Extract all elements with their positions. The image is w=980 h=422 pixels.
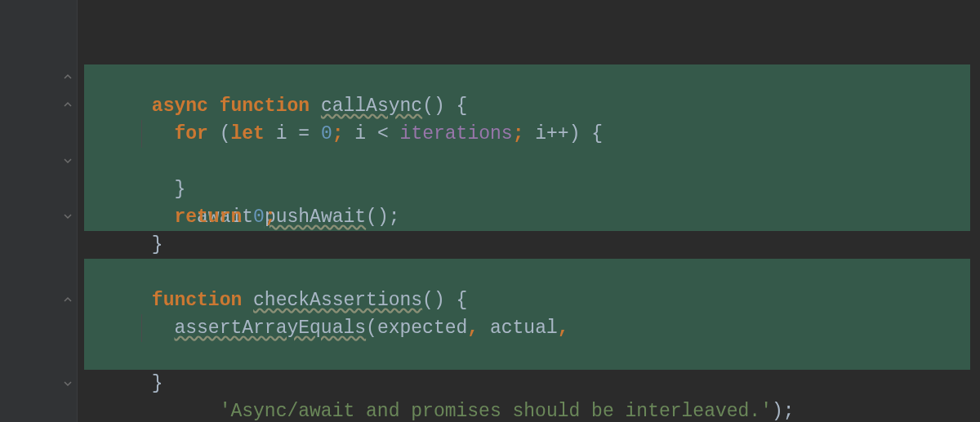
code-text: () { (422, 96, 467, 117)
fold-collapse-icon[interactable] (61, 70, 74, 82)
code-text: } (174, 179, 185, 200)
keyword-return: return (174, 207, 242, 228)
code-text: } (152, 373, 163, 394)
code-text: ; (265, 207, 276, 228)
code-line: return 0; (84, 175, 980, 203)
number-literal: 0 (321, 123, 332, 144)
code-text: , (558, 318, 569, 339)
code-text (310, 123, 321, 144)
keyword-async: async (152, 96, 208, 117)
code-text (389, 123, 400, 144)
keyword-function: function (220, 96, 310, 117)
fold-collapse-icon[interactable] (61, 293, 74, 305)
code-text: (); (366, 207, 399, 228)
code-text (479, 318, 490, 339)
code-line: } (84, 342, 980, 370)
code-text: i (265, 123, 298, 144)
code-line: async function callAsync() { (84, 64, 980, 92)
code-text (242, 207, 253, 228)
code-text: ; (513, 123, 524, 144)
keyword-for: for (174, 123, 207, 144)
code-line (84, 37, 980, 64)
code-line (84, 9, 980, 37)
code-line: function checkAssertions() { (84, 259, 980, 287)
fold-collapse-icon[interactable] (61, 98, 74, 110)
function-call: pushAwait (265, 207, 366, 228)
keyword-function: function (152, 290, 242, 311)
fold-expand-icon[interactable] (61, 154, 74, 167)
code-text: i (344, 123, 377, 144)
function-call: assertArrayEquals (174, 318, 366, 339)
number-literal: 0 (253, 207, 265, 228)
code-editor[interactable]: async function callAsync() { for (let i … (78, 0, 980, 422)
code-line (84, 231, 980, 259)
code-text: ; (332, 123, 344, 144)
code-line: } (84, 148, 980, 175)
code-text: i++) { (523, 123, 603, 144)
identifier: iterations (400, 123, 513, 144)
identifier: actual (490, 318, 558, 339)
code-text: < (377, 123, 389, 144)
code-text: () { (422, 290, 467, 311)
code-text: = (298, 123, 310, 144)
code-text: , (467, 318, 479, 339)
fold-expand-icon[interactable] (61, 210, 74, 222)
function-name: checkAssertions (253, 290, 422, 311)
code-text: ); (772, 401, 795, 422)
code-text: } (152, 234, 163, 255)
code-text: (expected (366, 318, 467, 339)
fold-expand-icon[interactable] (61, 377, 74, 389)
keyword-let: let (230, 123, 264, 144)
function-name: callAsync (321, 96, 422, 117)
code-text: ( (208, 123, 231, 144)
string-literal: 'Async/await and promises should be inte… (220, 401, 772, 422)
editor-gutter (0, 0, 78, 422)
